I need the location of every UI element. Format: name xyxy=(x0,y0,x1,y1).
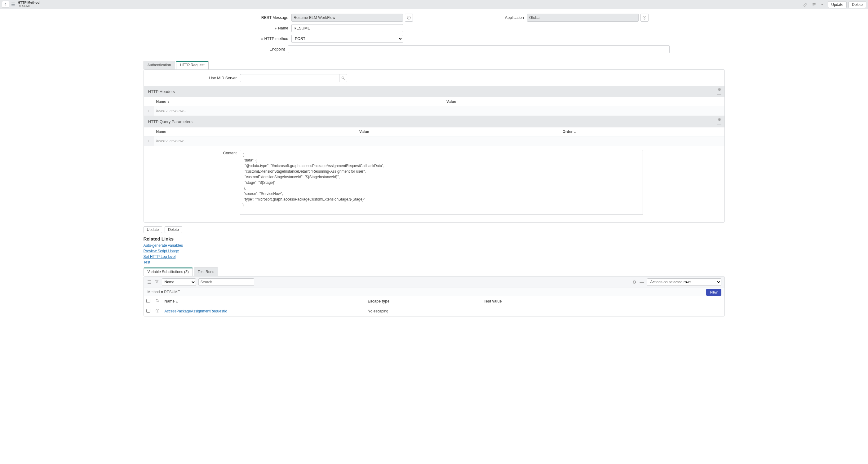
col-header-value[interactable]: Value xyxy=(444,97,724,106)
label-name: Name xyxy=(198,26,291,30)
filter-icon[interactable] xyxy=(154,280,159,285)
form-section: REST Message Application Name HTTP metho… xyxy=(0,9,868,60)
list-toolbar: ☰ Name ⚙ — Actions on selected rows... N… xyxy=(144,276,724,288)
application-field[interactable] xyxy=(527,13,639,22)
link-preview-script-usage[interactable]: Preview Script Usage xyxy=(144,248,725,254)
label-mid-server: Use MID Server xyxy=(147,76,240,80)
back-button[interactable] xyxy=(2,1,9,8)
label-rest-message: REST Message xyxy=(198,16,291,20)
row-info-icon[interactable]: ⓘ xyxy=(153,306,162,316)
related-links-title: Related Links xyxy=(144,236,725,242)
collapse-icon[interactable]: — xyxy=(717,92,721,96)
link-test[interactable]: Test xyxy=(144,259,725,265)
search-field-select[interactable]: Name xyxy=(162,278,196,286)
chevron-left-icon xyxy=(3,2,8,6)
delete-button-top[interactable]: Delete xyxy=(848,1,866,8)
sort-asc-icon: ▲ xyxy=(574,130,576,133)
related-links: Related Links Auto-generate variables Pr… xyxy=(144,236,725,265)
add-row-icon[interactable]: + xyxy=(144,136,154,146)
menu-icon[interactable]: ☰ xyxy=(11,2,15,7)
http-headers-title: HTTP Headers xyxy=(148,89,175,94)
row-checkbox[interactable] xyxy=(146,309,150,313)
bottom-button-row: Update Delete xyxy=(144,226,725,233)
mid-server-lookup-button[interactable] xyxy=(339,74,347,82)
label-content: Content xyxy=(147,150,240,215)
svg-point-3 xyxy=(156,299,158,301)
add-row-icon[interactable]: + xyxy=(144,106,154,116)
label-http-method: HTTP method xyxy=(198,37,291,41)
update-button-bottom[interactable]: Update xyxy=(144,226,162,233)
col-header-name[interactable]: Name xyxy=(156,99,166,104)
headers-insert-row[interactable]: + Insert a new row... xyxy=(144,106,724,116)
row-testvalue xyxy=(482,306,724,316)
row-name-link[interactable]: AccessPackageAssignmentRequestId xyxy=(165,309,227,313)
variable-substitutions-table: Name▲ Escape type Test value ⓘ AccessPac… xyxy=(144,296,724,316)
col-header-value[interactable]: Value xyxy=(357,127,560,136)
activity-icon[interactable] xyxy=(811,1,817,8)
http-query-params-title: HTTP Query Parameters xyxy=(148,119,193,124)
tab-authentication[interactable]: Authentication xyxy=(144,61,175,69)
lower-tabs: Variable Substitutions (3) Test Runs xyxy=(144,268,725,276)
delete-button-bottom[interactable]: Delete xyxy=(165,226,182,233)
row-escape: No escaping xyxy=(365,306,482,316)
link-set-http-log-level[interactable]: Set HTTP Log level xyxy=(144,254,725,259)
gear-icon[interactable]: ⚙ xyxy=(718,87,721,92)
gear-icon[interactable]: ⚙ xyxy=(632,280,637,284)
gear-icon[interactable]: ⚙ xyxy=(718,117,721,122)
row-search-header xyxy=(153,296,162,306)
info-icon xyxy=(642,16,647,20)
search-icon xyxy=(341,76,345,80)
col-header-name[interactable]: Name xyxy=(154,127,357,136)
update-button-top[interactable]: Update xyxy=(828,1,847,8)
collapse-icon[interactable]: — xyxy=(717,122,721,126)
svg-point-2 xyxy=(342,76,344,79)
page-subtitle: RESUME xyxy=(18,5,40,8)
col-header-name[interactable]: Name xyxy=(165,299,175,304)
col-header-testvalue[interactable]: Test value xyxy=(482,296,724,306)
tab-http-request[interactable]: HTTP Request xyxy=(176,61,209,69)
http-query-params-table: Name Value Order▲ + Insert a new row... xyxy=(144,127,724,146)
table-row[interactable]: ⓘ AccessPackageAssignmentRequestId No es… xyxy=(144,306,724,316)
mid-server-input[interactable] xyxy=(240,74,339,82)
http-method-select[interactable]: POST xyxy=(291,35,403,43)
col-header-order[interactable]: Order xyxy=(563,129,573,134)
application-info-button[interactable] xyxy=(641,13,649,22)
list-search-input[interactable] xyxy=(198,278,254,286)
actions-select[interactable]: Actions on selected rows... xyxy=(647,278,721,286)
select-all-checkbox[interactable] xyxy=(146,299,150,303)
link-auto-generate-variables[interactable]: Auto-generate variables xyxy=(144,243,725,248)
search-icon xyxy=(155,299,160,303)
upper-tabs: Authentication HTTP Request xyxy=(144,61,725,69)
list-menu-icon[interactable]: ☰ xyxy=(147,280,152,284)
new-button[interactable]: New xyxy=(706,289,721,296)
http-headers-section-header: HTTP Headers ⚙ — xyxy=(144,86,724,97)
sort-asc-icon: ▲ xyxy=(176,300,178,303)
info-icon xyxy=(407,16,411,20)
collapse-icon[interactable]: — xyxy=(640,280,645,284)
rest-message-field[interactable] xyxy=(291,13,403,22)
http-request-panel: Use MID Server HTTP Headers ⚙ — Name▲ Va… xyxy=(144,69,725,222)
label-endpoint: Endpoint xyxy=(198,47,288,52)
more-icon[interactable]: ⋯ xyxy=(819,1,826,8)
http-headers-table: Name▲ Value + Insert a new row... xyxy=(144,97,724,116)
endpoint-field[interactable] xyxy=(288,45,670,53)
params-insert-row[interactable]: + Insert a new row... xyxy=(144,136,724,146)
tab-variable-substitutions[interactable]: Variable Substitutions (3) xyxy=(144,268,193,276)
tab-test-runs[interactable]: Test Runs xyxy=(194,268,218,276)
attachment-icon[interactable] xyxy=(802,1,809,8)
rest-message-info-button[interactable] xyxy=(405,13,413,22)
page-title-block: HTTP Method RESUME xyxy=(18,1,40,8)
col-header-escape[interactable]: Escape type xyxy=(365,296,482,306)
sort-asc-icon: ▲ xyxy=(167,100,170,103)
name-field[interactable] xyxy=(291,24,403,32)
content-textarea[interactable] xyxy=(240,150,643,215)
top-bar: ☰ HTTP Method RESUME ⋯ Update Delete xyxy=(0,0,868,9)
http-query-params-section-header: HTTP Query Parameters ⚙ — xyxy=(144,116,724,127)
variable-substitutions-panel: ☰ Name ⚙ — Actions on selected rows... N… xyxy=(144,276,725,316)
label-application: Application xyxy=(434,16,527,20)
